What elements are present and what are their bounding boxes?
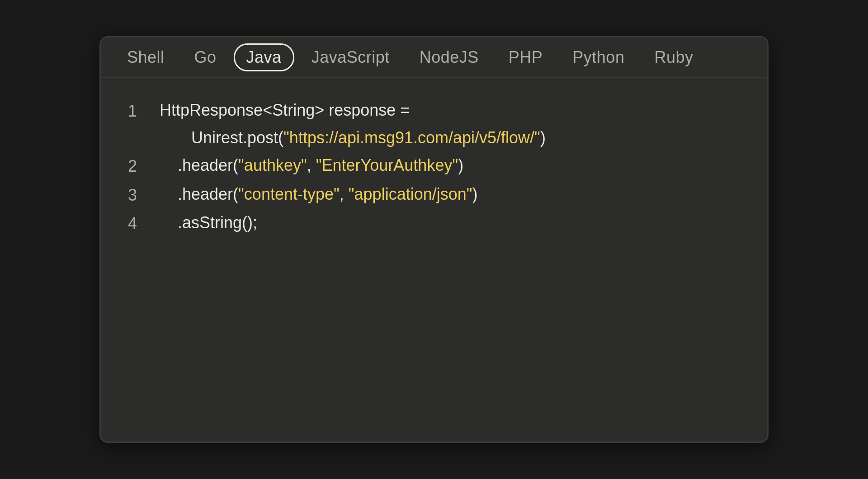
code-line-3: 3 .header("content-type", "application/j… xyxy=(128,180,740,209)
tab-php[interactable]: PHP xyxy=(496,43,556,71)
tab-java[interactable]: Java xyxy=(234,43,294,71)
tab-go[interactable]: Go xyxy=(182,43,229,71)
line-content-4: .asString(); xyxy=(160,209,257,236)
code-line-1: 1 HttpResponse<String> response = Unires… xyxy=(128,96,740,151)
tab-ruby[interactable]: Ruby xyxy=(642,43,706,71)
tab-shell[interactable]: Shell xyxy=(114,43,177,71)
line-content-2: .header("authkey", "EnterYourAuthkey") xyxy=(160,151,463,179)
code-line-4: 4 .asString(); xyxy=(128,209,740,237)
code-line-2: 2 .header("authkey", "EnterYourAuthkey") xyxy=(128,151,740,180)
tab-javascript[interactable]: JavaScript xyxy=(299,43,402,71)
line-content-3: .header("content-type", "application/jso… xyxy=(160,180,478,208)
line-number-1: 1 xyxy=(128,96,151,125)
line-number-2: 2 xyxy=(128,151,151,180)
tab-nodejs[interactable]: NodeJS xyxy=(407,43,491,71)
code-area: 1 HttpResponse<String> response = Unires… xyxy=(101,78,767,441)
tab-python[interactable]: Python xyxy=(560,43,637,71)
line-number-3: 3 xyxy=(128,180,151,209)
line-number-4: 4 xyxy=(128,209,151,237)
code-block: 1 HttpResponse<String> response = Unires… xyxy=(128,96,740,237)
tab-bar: Shell Go Java JavaScript NodeJS PHP Pyth… xyxy=(101,38,767,78)
line-content-1: HttpResponse<String> response = Unirest.… xyxy=(160,96,546,151)
code-window: Shell Go Java JavaScript NodeJS PHP Pyth… xyxy=(99,36,769,443)
